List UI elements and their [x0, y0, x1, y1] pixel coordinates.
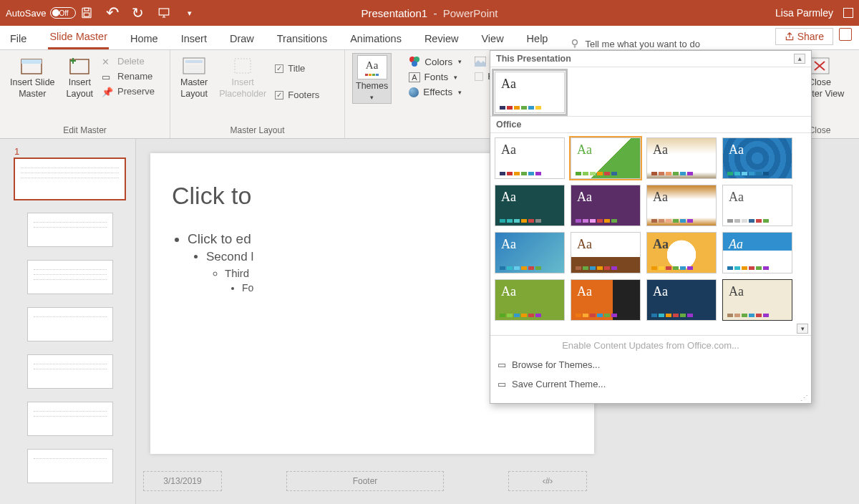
page-number-placeholder[interactable]: ‹#›	[508, 471, 587, 491]
panel-header-this-presentation: This Presentation ▴	[490, 51, 811, 67]
layout-thumbnail[interactable]	[27, 307, 113, 341]
tab-draw[interactable]: Draw	[228, 28, 256, 49]
tell-me-placeholder: Tell me what you want to do	[585, 39, 699, 49]
insert-placeholder-icon	[230, 56, 256, 76]
share-button[interactable]: Share	[775, 28, 833, 45]
theme-tile[interactable]: Aa	[722, 232, 792, 273]
theme-tile[interactable]: Aa	[722, 279, 792, 321]
quick-access-toolbar: ↶ ↻ ▾	[80, 6, 196, 19]
qat-customize-icon[interactable]: ▾	[183, 6, 196, 19]
comments-icon[interactable]	[839, 28, 852, 41]
autosave-switch-icon[interactable]	[50, 7, 76, 19]
slide-canvas-area: Click to Click to ed Second l Third Fo 3…	[136, 139, 859, 504]
present-icon[interactable]	[157, 6, 170, 19]
group-label-master-layout: Master Layout	[178, 125, 337, 137]
user-name[interactable]: Lisa Parmley	[775, 7, 833, 19]
tab-insert[interactable]: Insert	[180, 28, 208, 49]
tab-home[interactable]: Home	[129, 28, 160, 49]
theme-tile-facet[interactable]: Aa Facet	[571, 137, 641, 179]
tab-help[interactable]: Help	[525, 28, 550, 49]
layout-thumbnail[interactable]	[27, 354, 113, 389]
slide-navigator[interactable]: 1	[0, 139, 136, 504]
svg-rect-2	[84, 13, 89, 16]
theme-tile[interactable]: Aa	[571, 232, 641, 273]
rename-icon: ▭	[102, 72, 113, 82]
effects-dropdown[interactable]: Effects▾	[409, 87, 462, 97]
resize-grip-icon[interactable]: ⋰	[490, 394, 811, 403]
autosave-toggle[interactable]: AutoSave Off	[6, 7, 69, 19]
date-placeholder[interactable]: 3/13/2019	[143, 471, 222, 491]
theme-tile[interactable]: Aa	[646, 137, 717, 179]
theme-tile[interactable]: Aa	[571, 279, 641, 321]
layout-thumbnail[interactable]	[27, 260, 113, 294]
svg-rect-6	[21, 59, 42, 64]
theme-tile[interactable]: Aa	[495, 137, 565, 179]
preserve-icon: 📌	[102, 87, 113, 97]
folder-icon: ▭	[498, 359, 506, 370]
group-master-layout: Master Layout Insert Placeholder ✓Title …	[170, 50, 345, 138]
svg-rect-1	[84, 8, 89, 11]
insert-slide-master-button[interactable]: Insert Slide Master	[7, 53, 58, 100]
themes-button[interactable]: Aa Themes ▾	[352, 53, 392, 104]
tab-transitions[interactable]: Transitions	[276, 28, 329, 49]
insert-slide-master-icon	[19, 56, 45, 76]
rename-button[interactable]: ▭Rename	[102, 71, 155, 82]
delete-button: ✕Delete	[102, 56, 155, 67]
svg-rect-13	[235, 59, 251, 73]
layout-thumbnail[interactable]	[27, 449, 113, 483]
footer-placeholder[interactable]: Footer	[286, 471, 444, 491]
svg-rect-12	[185, 65, 203, 72]
theme-tile[interactable]: Aa	[571, 185, 641, 226]
layout-thumbnail[interactable]	[27, 402, 113, 436]
workspace: 1 Click to Click to ed Second l Third Fo…	[0, 139, 859, 504]
tab-view[interactable]: View	[480, 28, 505, 49]
title-checkbox[interactable]: ✓Title	[275, 63, 319, 74]
layout-thumbnail[interactable]	[27, 213, 113, 247]
theme-tile[interactable]: Aa	[722, 137, 792, 179]
master-layout-icon	[181, 56, 207, 76]
theme-tile[interactable]: Aa	[646, 232, 717, 273]
tab-file[interactable]: File	[9, 28, 28, 49]
insert-layout-icon	[67, 56, 92, 76]
master-thumbnail[interactable]	[14, 158, 125, 200]
theme-tile[interactable]: Aa	[646, 279, 717, 321]
insert-placeholder-button: Insert Placeholder	[216, 53, 269, 100]
browse-themes-link[interactable]: ▭Browse for Themes...	[490, 355, 811, 374]
ribbon-display-options-icon[interactable]	[843, 8, 853, 18]
tab-animations[interactable]: Animations	[349, 28, 403, 49]
preserve-button[interactable]: 📌Preserve	[102, 86, 155, 97]
themes-gallery-panel: This Presentation ▴ Aa Office Aa Aa Face…	[490, 50, 812, 404]
save-current-theme-link[interactable]: ▭Save Current Theme...	[490, 374, 811, 394]
group-edit-master: Insert Slide Master Insert Layout ✕Delet…	[0, 50, 170, 138]
theme-tile-current[interactable]: Aa	[495, 72, 565, 113]
tab-slide-master[interactable]: Slide Master	[48, 26, 109, 49]
panel-header-office: Office	[490, 116, 811, 133]
footers-checkbox[interactable]: ✓Footers	[275, 89, 319, 100]
colors-dropdown[interactable]: Colors▾	[409, 56, 462, 67]
colors-icon	[409, 56, 420, 67]
theme-tile[interactable]: Aa	[495, 232, 565, 273]
redo-icon[interactable]: ↻	[132, 6, 145, 19]
scroll-up-icon[interactable]: ▴	[794, 54, 805, 64]
lightbulb-icon	[569, 38, 581, 49]
slide-number: 1	[14, 146, 125, 157]
fonts-dropdown[interactable]: AFonts▾	[409, 72, 462, 82]
tab-review[interactable]: Review	[423, 28, 460, 49]
theme-tile[interactable]: Aa	[495, 279, 565, 321]
svg-point-4	[573, 40, 578, 45]
theme-tile[interactable]: Aa	[722, 185, 792, 226]
svg-point-16	[412, 61, 417, 67]
master-layout-button[interactable]: Master Layout	[178, 53, 210, 100]
theme-tile[interactable]: Aa	[646, 185, 717, 226]
insert-layout-button[interactable]: Insert Layout	[64, 53, 97, 100]
undo-icon[interactable]: ↶	[106, 6, 119, 19]
tell-me-search[interactable]: Tell me what you want to do	[569, 38, 699, 49]
theme-tile[interactable]: Aa	[495, 185, 565, 226]
title-bar: AutoSave Off ↶ ↻ ▾ Presentation1 - Power…	[0, 0, 859, 26]
enable-content-updates-link: Enable Content Updates from Office.com..…	[490, 336, 811, 355]
svg-rect-11	[185, 60, 203, 63]
ribbon-tabs: File Slide Master Home Insert Draw Trans…	[0, 26, 859, 50]
delete-icon: ✕	[102, 57, 113, 67]
scroll-down-icon[interactable]: ▾	[797, 324, 808, 334]
save-icon[interactable]	[80, 6, 93, 19]
